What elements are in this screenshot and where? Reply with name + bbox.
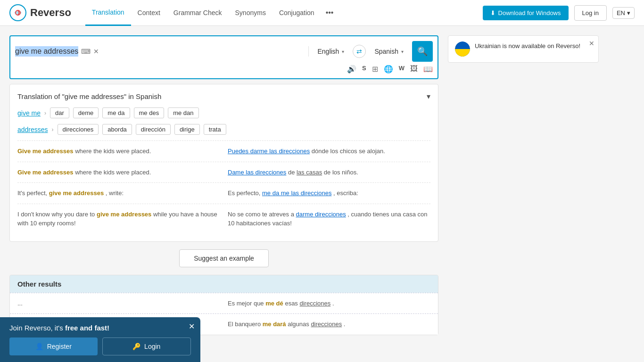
swap-languages-button[interactable]: ⇄ [353,45,366,58]
translation-tag[interactable]: me da [102,107,130,118]
other-result-target: El banquero me dará algunas direcciones … [228,320,430,329]
login-button[interactable]: Log in [574,5,607,21]
result-text: algunas [288,321,311,328]
example-text: de los niños. [324,169,358,176]
highlight-text: me da me las direcciones [262,189,331,197]
translation-tag[interactable]: deme [73,107,99,118]
tool-icons-row: 🔊 S ⊞ 🌐 W 🖼 📖 [15,62,433,74]
highlight-text: Dame las direcciones [228,169,286,176]
book-icon[interactable]: 📖 [423,65,433,74]
example-text: I don't know why you dare to [17,211,97,218]
nav-more-icon[interactable]: ••• [321,0,339,25]
search-button[interactable]: 🔍 [412,41,433,62]
result-text: El banquero [228,321,263,328]
nav-links: Translation Context Grammar Check Synony… [85,0,483,26]
chevron-down-icon: ▾ [401,49,404,54]
suggest-example-button[interactable]: Suggest an example [179,249,269,267]
keyboard-icon[interactable]: ⌨ [81,48,91,55]
highlight-text: direcciones [311,321,342,328]
example-text: where the kids were placed. [75,169,151,176]
translation-tag[interactable]: me des [134,107,165,118]
search-box: give me addresses ⌨ ✕ English ▾ ⇄ Spanis… [9,35,438,79]
example-row: I don't know why you dare to give me add… [17,204,430,234]
search-row: give me addresses ⌨ ✕ English ▾ ⇄ Spanis… [15,41,433,62]
highlight-text: Give me addresses [17,148,74,155]
highlight-text: las casas [297,169,322,176]
join-banner-close-button[interactable]: ✕ [189,322,195,331]
source-word-give-me[interactable]: give me [17,109,41,117]
example-text: where the kids were placed. [75,148,151,155]
grid-icon[interactable]: ⊞ [372,65,378,74]
target-language-dropdown[interactable]: Spanish ▾ [370,48,408,55]
source-language-dropdown[interactable]: English ▾ [313,48,349,55]
sidebar-right: Ukrainian is now available on Reverso! ✕ [448,35,599,335]
nav-grammar-check[interactable]: Grammar Check [167,0,229,25]
word-group-addresses: addresses › direcciones aborda dirección… [17,124,430,135]
example-text: Es perfecto, [228,189,262,197]
download-icon: ⬇ [490,9,495,16]
register-icon: 👤 [35,343,43,345]
example-row: Give me addresses where the kids were pl… [17,162,430,183]
example-target: Dame las direcciones de las casas de los… [228,168,430,177]
translation-tag[interactable]: trata [204,124,226,135]
spellcheck-icon[interactable]: S [362,65,366,74]
join-banner: ✕ Join Reverso, it's free and fast! 👤 Re… [0,317,200,345]
nav-context[interactable]: Context [131,0,167,25]
navbar-right: ⬇ Download for Windows Log in EN ▾ [483,5,635,21]
nav-conjugation[interactable]: Conjugation [272,0,321,25]
highlight-text: give me addresses [97,211,151,218]
highlight-text: me dará [263,321,286,328]
example-row: It's perfect, give me addresses , write:… [17,182,430,204]
translation-tag[interactable]: aborda [102,124,132,135]
search-input-wrapper: give me addresses ⌨ ✕ [15,46,309,57]
banner-close-button[interactable]: ✕ [589,40,594,47]
translation-tag[interactable]: dar [50,107,69,118]
clear-icon[interactable]: ✕ [93,48,99,55]
download-button[interactable]: ⬇ Download for Windows [483,6,569,20]
language-selector[interactable]: EN ▾ [612,7,635,19]
logo-text: Reverso [30,7,71,19]
translation-section-title: Translation of "give me addresses" in Sp… [17,92,161,100]
example-target: Es perfecto, me da me las direcciones , … [228,189,430,198]
translation-tag[interactable]: me dan [168,107,198,118]
example-source: It's perfect, give me addresses , write: [17,189,220,198]
other-result-target: Es mejor que me dé esas direcciones . [228,299,430,308]
source-word-addresses[interactable]: addresses [17,126,48,133]
wikipedia-icon[interactable]: W [399,65,405,74]
highlight-text: Puedes darme las direcciones [228,148,310,155]
swap-icon: ⇄ [356,48,362,55]
join-login-button[interactable]: 🔑 Login [102,337,191,345]
register-button[interactable]: 👤 Register [9,337,98,345]
ukraine-banner: Ukrainian is now available on Reverso! ✕ [448,35,599,63]
speaker-icon[interactable]: 🔊 [347,65,356,74]
ukraine-banner-text: Ukrainian is now available on Reverso! [475,41,580,51]
example-source: Give me addresses where the kids were pl… [17,147,220,156]
example-text: dónde los chicos se alojan. [312,148,385,155]
search-icon: 🔍 [417,46,428,57]
other-result-row: ... Es mejor que me dé esas direcciones … [10,293,438,314]
image-icon[interactable]: 🖼 [410,65,418,74]
translation-tag[interactable]: dirección [136,124,171,135]
highlight-text: me dé [265,300,283,307]
nav-synonyms[interactable]: Synonyms [229,0,272,25]
content-left: give me addresses ⌨ ✕ English ▾ ⇄ Spanis… [9,35,438,335]
translation-tag[interactable]: dirige [174,124,200,135]
collapse-button[interactable]: ▾ [427,92,430,101]
chevron-right-icon: › [44,110,46,116]
highlight-text: darme direcciones [296,211,346,218]
example-target: Puedes darme las direcciones dónde los c… [228,147,430,156]
other-result-source: ... [17,299,220,308]
result-text: . [332,300,334,307]
search-input-text[interactable]: give me addresses [15,46,78,57]
word-group-give-me: give me › dar deme me da me des me dan [17,107,430,118]
globe-icon[interactable]: 🌐 [384,65,393,74]
highlight-text: give me addresses [49,189,104,197]
example-text: No se como te atreves a [228,211,296,218]
nav-translation[interactable]: Translation [85,0,131,26]
example-target: No se como te atreves a darme direccione… [228,210,430,228]
translation-tag[interactable]: direcciones [58,124,99,135]
chevron-right-icon: › [52,126,54,133]
ukraine-flag-icon [455,41,470,57]
logo[interactable]: Reverso [9,4,71,21]
example-source: Give me addresses where the kids were pl… [17,168,220,177]
